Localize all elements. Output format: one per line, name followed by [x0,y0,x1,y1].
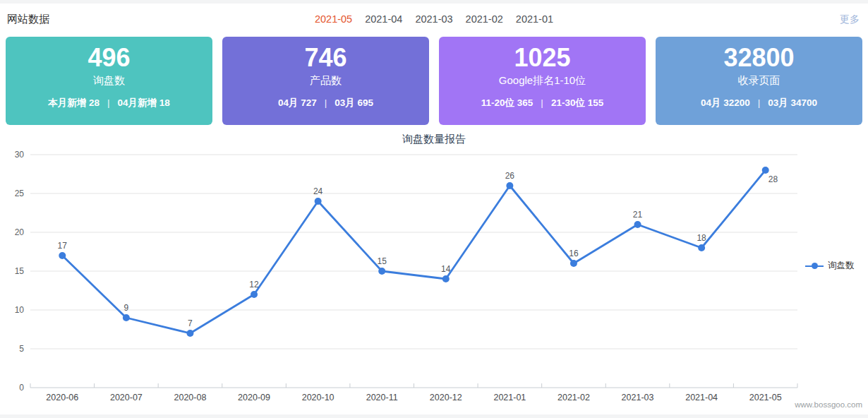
tab-2021-01[interactable]: 2021-01 [516,13,553,25]
legend-item-inquiries[interactable]: 询盘数 [805,260,855,272]
stat-card-google-rank: 1025 Google排名1-10位 11-20位 365|21-30位 155 [439,37,646,125]
data-point[interactable] [762,167,769,174]
card-value: 32800 [656,46,862,70]
x-axis-tick-label: 2020-08 [174,393,207,402]
data-point[interactable] [698,244,705,251]
data-point[interactable] [570,260,577,267]
x-axis-tick-label: 2020-07 [110,393,143,402]
legend-line-dot-icon [805,262,824,270]
data-point-label: 24 [313,186,323,196]
data-point[interactable] [186,330,193,337]
data-point-label: 15 [378,256,387,266]
data-point-label: 12 [249,280,259,289]
card-sub-right: 04月新增 18 [118,97,170,108]
data-point[interactable] [251,291,258,298]
card-label: Google排名1-10位 [439,74,646,86]
card-value: 746 [222,46,429,70]
card-value: 1025 [439,46,646,70]
x-axis-tick-label: 2020-11 [366,393,398,402]
stat-card-indexed-pages: 32800 收录页面 04月 32200|03月 34700 [656,37,862,125]
card-value: 496 [6,46,212,70]
line-chart: 0510152025302020-062020-072020-082020-09… [0,148,868,418]
card-sub-right: 21-30位 155 [551,97,603,108]
data-point[interactable] [315,198,322,205]
card-label: 收录页面 [656,74,862,86]
card-sub-right: 03月 34700 [768,97,817,108]
data-point-label: 7 [188,318,193,328]
month-tab-bar: 2021-05 2021-04 2021-03 2021-02 2021-01 [0,13,868,25]
x-axis-tick-label: 2020-12 [430,393,462,402]
y-axis-tick-label: 5 [19,344,24,354]
data-point[interactable] [378,268,385,275]
data-point-label: 14 [441,264,451,274]
data-point-label: 9 [124,303,129,313]
data-point-label: 21 [633,210,643,220]
tab-2021-02[interactable]: 2021-02 [466,13,503,25]
series-line-inquiries [62,170,765,333]
x-axis-tick-label: 2021-05 [749,393,782,402]
legend-label: 询盘数 [828,260,855,272]
card-sub-divider: | [758,97,761,108]
chart-title: 询盘数量报告 [0,133,868,146]
card-sub-divider: | [107,97,110,108]
x-axis-tick-label: 2021-03 [622,393,654,402]
card-sub-stats: 本月新增 28|04月新增 18 [6,97,212,109]
y-axis-tick-label: 10 [15,305,25,315]
card-sub-stats: 04月 32200|03月 34700 [656,97,862,109]
data-point[interactable] [123,314,130,321]
watermark: www.bossgoo.com [795,400,862,409]
card-sub-left: 04月 727 [278,97,317,108]
tab-2021-05[interactable]: 2021-05 [315,13,352,25]
y-axis-tick-label: 0 [19,383,24,393]
x-axis-tick-label: 2021-02 [557,393,590,402]
y-axis-tick-label: 30 [15,150,25,160]
card-sub-stats: 04月 727|03月 695 [222,97,429,109]
data-point-label: 16 [569,249,579,258]
stat-cards-row: 496 询盘数 本月新增 28|04月新增 18 746 产品数 04月 727… [6,37,862,125]
bottom-edge-strip [0,414,868,418]
card-sub-divider: | [325,97,327,108]
y-axis-tick-label: 15 [15,266,25,276]
data-point[interactable] [634,221,641,228]
card-sub-stats: 11-20位 365|21-30位 155 [439,97,646,109]
x-axis-tick-label: 2020-06 [46,393,78,402]
more-link[interactable]: 更多 [840,13,860,26]
card-label: 产品数 [222,74,429,86]
card-sub-left: 04月 32200 [701,97,750,108]
card-sub-left: 本月新增 28 [48,97,100,108]
tab-2021-04[interactable]: 2021-04 [365,13,402,25]
y-axis-tick-label: 20 [15,227,25,237]
data-point-label: 26 [505,171,515,181]
data-point[interactable] [506,182,513,189]
card-sub-left: 11-20位 365 [481,97,534,108]
x-axis-tick-label: 2020-09 [238,393,270,402]
card-sub-divider: | [541,97,543,108]
x-axis-tick-label: 2021-04 [685,393,718,402]
y-axis-tick-label: 25 [15,189,25,198]
stat-card-products: 746 产品数 04月 727|03月 695 [222,37,429,125]
stat-card-inquiries: 496 询盘数 本月新增 28|04月新增 18 [6,37,212,125]
data-point[interactable] [442,275,450,282]
tab-2021-03[interactable]: 2021-03 [415,13,452,25]
data-point-label: 18 [697,233,706,243]
data-point[interactable] [59,252,66,259]
x-axis-tick-label: 2020-10 [302,393,334,402]
data-point-label: 28 [768,174,778,184]
card-label: 询盘数 [6,74,212,86]
data-point-label: 17 [58,241,68,251]
header: 网站数据 2021-05 2021-04 2021-03 2021-02 202… [0,4,868,36]
x-axis-tick-label: 2021-01 [493,393,526,402]
card-sub-right: 03月 695 [334,97,373,108]
